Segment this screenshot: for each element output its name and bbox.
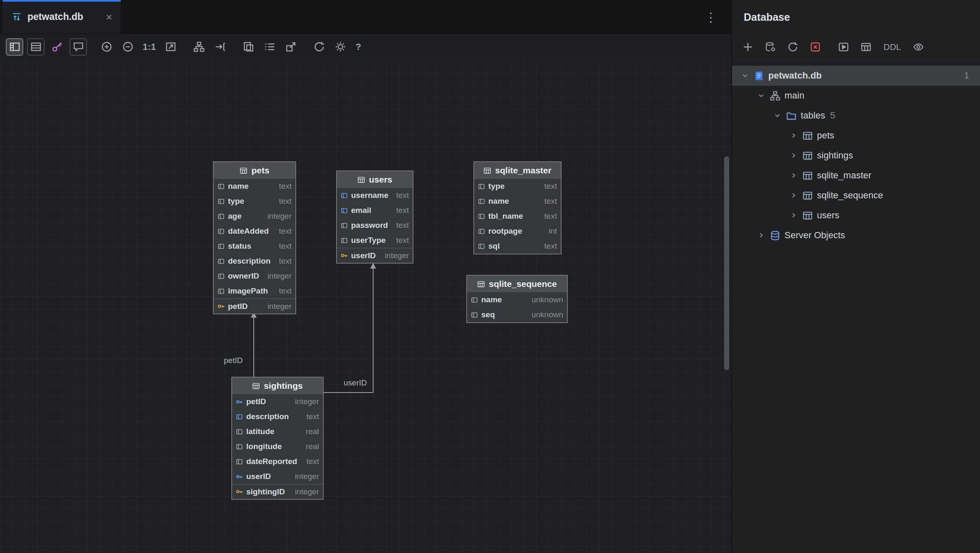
disconnect-icon[interactable] — [807, 39, 824, 55]
more-options-icon[interactable]: ⋮ — [705, 10, 717, 24]
column-icon — [471, 296, 478, 304]
column-type: text — [396, 206, 409, 215]
table-header[interactable]: pets — [214, 162, 295, 179]
table-node-pets[interactable]: pets nametext typetext ageinteger dateAd… — [213, 161, 296, 314]
column-row[interactable]: passwordtext — [337, 218, 413, 233]
column-row[interactable]: userIDinteger — [232, 469, 323, 484]
column-row[interactable]: descriptiontext — [232, 409, 323, 424]
chevron-down-icon[interactable] — [772, 110, 783, 121]
route-edges-icon[interactable] — [212, 38, 229, 56]
copy-diagram-icon[interactable] — [240, 38, 257, 56]
column-row[interactable]: typetext — [474, 179, 561, 194]
column-row[interactable]: ownerIDinteger — [214, 269, 295, 284]
tree-item-server-objects[interactable]: Server Objects — [732, 225, 980, 245]
column-row[interactable]: rootpageint — [474, 224, 561, 239]
chevron-right-icon[interactable] — [788, 130, 799, 141]
open-in-new-window-icon[interactable] — [282, 38, 300, 56]
column-row[interactable]: nametext — [474, 194, 561, 209]
view-options-eye-icon[interactable] — [910, 39, 927, 55]
column-row[interactable]: typetext — [214, 194, 295, 209]
column-row[interactable]: nameunknown — [467, 292, 567, 307]
arrowhead-userid-icon — [370, 263, 376, 269]
tree-item-main[interactable]: main — [732, 86, 980, 106]
data-source-properties-icon[interactable] — [762, 39, 779, 55]
chevron-right-icon[interactable] — [788, 150, 799, 161]
column-row[interactable]: dateAddedtext — [214, 224, 295, 239]
tree-item-petwatch-db[interactable]: petwatch.db 1 — [732, 66, 980, 86]
column-type: unknown — [532, 295, 563, 304]
tree-item-users[interactable]: users — [732, 205, 980, 225]
column-row[interactable]: latitudereal — [232, 424, 323, 439]
table-header[interactable]: sqlite_sequence — [467, 276, 567, 292]
help-button[interactable]: ? — [353, 38, 364, 56]
chevron-right-icon[interactable] — [788, 190, 799, 201]
column-row[interactable]: petIDinteger — [214, 299, 295, 314]
chevron-down-icon[interactable] — [756, 90, 767, 101]
column-row[interactable]: descriptiontext — [214, 254, 295, 269]
chevron-right-icon[interactable] — [788, 170, 799, 181]
column-row[interactable]: imagePathtext — [214, 284, 295, 299]
column-row[interactable]: ageinteger — [214, 209, 295, 224]
tree-item-sqlite-master[interactable]: sqlite_master — [732, 165, 980, 185]
column-icon — [236, 443, 243, 450]
jump-to-query-console-icon[interactable] — [835, 39, 852, 55]
tree-item-label: tables — [801, 110, 825, 121]
column-row[interactable]: statustext — [214, 239, 295, 254]
show-key-columns-icon[interactable] — [48, 38, 66, 56]
column-row[interactable]: longitudereal — [232, 439, 323, 454]
active-tab-indicator — [2, 0, 121, 2]
tree-item-tables[interactable]: tables 5 — [732, 106, 980, 126]
tree-item-sightings[interactable]: sightings — [732, 146, 980, 165]
settings-gear-icon[interactable] — [332, 38, 349, 56]
table-node-sqlite-master[interactable]: sqlite_master typetext nametext tbl_name… — [473, 161, 562, 254]
column-icon — [218, 273, 225, 280]
column-type: text — [306, 412, 319, 421]
tree-item-pets[interactable]: pets — [732, 126, 980, 146]
column-row[interactable]: userTypetext — [337, 233, 413, 248]
column-row[interactable]: dateReportedtext — [232, 454, 323, 469]
table-header[interactable]: sqlite_master — [474, 162, 561, 179]
table-header[interactable]: users — [337, 171, 413, 188]
tree-item-sqlite-sequence[interactable]: sqlite_sequence — [732, 185, 980, 205]
column-row[interactable]: usernametext — [337, 188, 413, 203]
table-node-users[interactable]: users usernametext emailtext passwordtex… — [336, 170, 413, 264]
column-row[interactable]: sqltext — [474, 239, 561, 254]
tab-petwatch-db[interactable]: petwatch.db × — [2, 0, 121, 34]
column-row[interactable]: tbl_nametext — [474, 209, 561, 224]
column-row[interactable]: emailtext — [337, 203, 413, 218]
foreign-key-icon — [236, 398, 243, 405]
zoom-in-icon[interactable] — [98, 38, 115, 56]
diagram-canvas[interactable]: petID userID pets nametext typetext agei… — [0, 60, 731, 553]
column-row[interactable]: userIDinteger — [337, 248, 413, 263]
table-icon — [802, 170, 813, 181]
column-row[interactable]: sightingIDinteger — [232, 484, 323, 499]
refresh-diagram-icon[interactable] — [311, 38, 328, 56]
relationship-edge-userid[interactable] — [322, 268, 373, 393]
ddl-button[interactable]: DDL — [880, 39, 904, 55]
actual-size-button[interactable]: 1:1 — [140, 38, 158, 56]
table-node-sightings[interactable]: sightings petIDinteger descriptiontext l… — [231, 377, 324, 500]
column-row[interactable]: nametext — [214, 179, 295, 194]
open-table-icon[interactable] — [858, 39, 874, 55]
column-row[interactable]: petIDinteger — [232, 394, 323, 409]
refresh-icon[interactable] — [784, 39, 801, 55]
close-tab-icon[interactable]: × — [106, 12, 112, 22]
toggle-columns-icon[interactable] — [6, 38, 23, 56]
table-icon — [802, 190, 813, 201]
chevron-right-icon[interactable] — [788, 210, 799, 221]
diagram-notation-icon[interactable] — [261, 38, 279, 56]
add-data-source-icon[interactable] — [740, 39, 756, 55]
vertical-scrollbar-thumb[interactable] — [724, 156, 729, 370]
toggle-column-properties-icon[interactable] — [27, 38, 45, 56]
table-node-sqlite-sequence[interactable]: sqlite_sequence nameunknown sequnknown — [466, 275, 568, 323]
auto-layout-icon[interactable] — [191, 38, 208, 56]
zoom-out-icon[interactable] — [119, 38, 136, 56]
column-row[interactable]: sequnknown — [467, 307, 567, 322]
diagram-toolbar: 1:1 ? — [0, 34, 731, 60]
chevron-right-icon[interactable] — [756, 230, 767, 241]
fit-content-icon[interactable] — [162, 38, 180, 56]
table-header[interactable]: sightings — [232, 378, 323, 394]
column-icon — [218, 258, 225, 265]
chevron-down-icon[interactable] — [740, 70, 750, 81]
show-comments-icon[interactable] — [69, 38, 87, 56]
